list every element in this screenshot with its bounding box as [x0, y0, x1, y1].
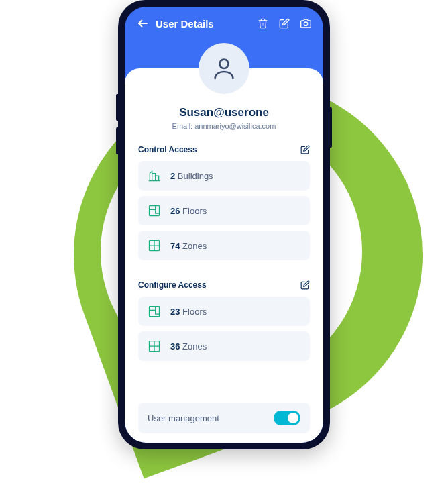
item-text: 23 Floors: [170, 307, 207, 317]
item-text: 74 Zones: [170, 241, 207, 251]
configure-access-item-zones[interactable]: 36 Zones: [138, 331, 310, 361]
avatar[interactable]: [199, 43, 249, 94]
configure-access-edit-icon[interactable]: [300, 280, 310, 290]
edit-icon[interactable]: [279, 18, 290, 29]
content-card: Susan@userone Email: annmariyo@wisilica.…: [125, 68, 323, 443]
configure-access-section: Configure Access 23 Floors 36 Zones: [138, 280, 310, 366]
building-icon: [148, 169, 161, 182]
control-access-item-floors[interactable]: 26 Floors: [138, 196, 310, 225]
control-access-edit-icon[interactable]: [300, 145, 310, 154]
item-text: 26 Floors: [170, 206, 207, 216]
user-icon: [211, 55, 237, 82]
svg-point-2: [219, 60, 228, 68]
svg-point-1: [304, 22, 307, 25]
svg-rect-5: [150, 307, 160, 317]
configure-access-item-floors[interactable]: 23 Floors: [138, 297, 310, 326]
zones-icon: [148, 339, 161, 353]
zones-icon: [148, 239, 161, 252]
username: Susan@userone: [138, 106, 310, 119]
back-arrow-icon[interactable]: [137, 17, 149, 30]
toggle-label: User management: [148, 413, 219, 423]
control-access-item-zones[interactable]: 74 Zones: [138, 231, 310, 260]
app-header: User Details: [125, 7, 323, 39]
email-label: Email: annmariyo@wisilica.com: [138, 122, 310, 130]
user-management-row: User management: [138, 402, 310, 433]
item-text: 2 Buildings: [170, 171, 213, 181]
item-text: 36 Zones: [170, 341, 207, 352]
svg-rect-3: [150, 206, 160, 216]
camera-icon[interactable]: [300, 18, 311, 29]
user-management-toggle[interactable]: [274, 411, 300, 425]
floors-icon: [148, 305, 161, 318]
phone-frame: User Details Susan@userone Email: annmar…: [118, 0, 330, 449]
floors-icon: [148, 204, 161, 217]
control-access-section: Control Access 2 Buildings 26 Floors: [138, 145, 310, 266]
delete-icon[interactable]: [258, 18, 268, 29]
app-screen: User Details Susan@userone Email: annmar…: [125, 7, 323, 443]
configure-access-title: Configure Access: [138, 280, 207, 290]
control-access-item-buildings[interactable]: 2 Buildings: [138, 161, 310, 191]
control-access-title: Control Access: [138, 145, 197, 154]
page-title: User Details: [156, 18, 247, 30]
